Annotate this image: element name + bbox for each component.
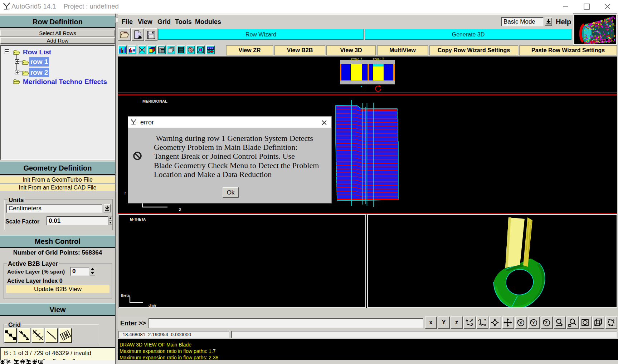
svg-text:X: X — [484, 323, 486, 327]
svg-text:Z: Z — [478, 318, 480, 322]
svg-text:Y: Y — [532, 321, 535, 325]
svg-text:Z: Z — [466, 318, 467, 322]
svg-text:Z: Z — [545, 321, 548, 325]
svg-text:Y: Y — [484, 318, 486, 322]
svg-text:X: X — [471, 323, 473, 326]
svg-text:Y: Y — [471, 318, 473, 322]
svg-text:R: R — [132, 48, 136, 53]
svg-text:X: X — [519, 321, 522, 325]
